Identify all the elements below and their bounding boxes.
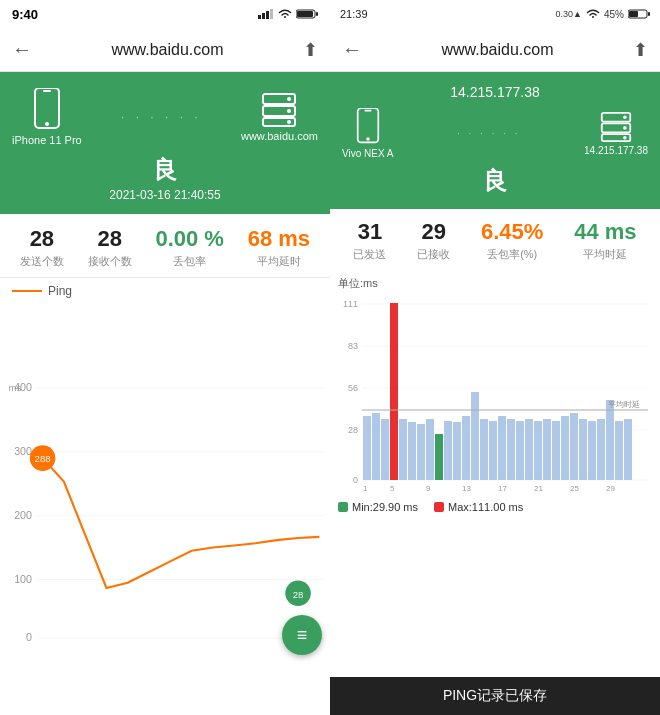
x-25: 25: [570, 484, 579, 493]
toast-bar: PING记录已保存: [330, 677, 660, 715]
device-right: Vivo NEX A: [342, 108, 394, 159]
stat-latency-label: 平均延时: [257, 254, 301, 269]
x-29: 29: [606, 484, 615, 493]
x-5: 5: [390, 484, 395, 493]
stat-received-right: 29 已接收: [417, 219, 450, 262]
legend-min: Min:29.90 ms: [338, 501, 418, 513]
x-9: 9: [426, 484, 431, 493]
end-value: 28: [293, 589, 304, 600]
svg-point-13: [287, 97, 291, 101]
bar-21: [543, 419, 551, 480]
nav-bar-right: ← www.baidu.com ⬆: [330, 28, 660, 72]
svg-rect-2: [266, 11, 269, 19]
bar-2: [372, 413, 380, 480]
battery-pct-right: 45%: [604, 9, 624, 20]
ping-line-icon: [12, 290, 42, 292]
legend-min-dot: [338, 502, 348, 512]
bar-14: [480, 419, 488, 480]
ping-chart: 400 300 200 100 0 ms 288 28: [0, 312, 330, 715]
stat-loss-value-right: 6.45%: [481, 219, 543, 245]
wifi-icon-right: [586, 9, 600, 19]
rating-label-right: 良: [483, 165, 507, 197]
y-label-0-left: 0: [26, 631, 32, 643]
bar-5: [399, 419, 407, 480]
x-21: 21: [534, 484, 543, 493]
x-1: 1: [363, 484, 368, 493]
bar-23: [561, 416, 569, 480]
toast-text: PING记录已保存: [443, 687, 547, 703]
stat-latency-label-right: 平均时延: [583, 247, 627, 262]
share-button-left[interactable]: ⬆: [303, 39, 318, 61]
svg-rect-22: [629, 11, 638, 17]
data-speed-icon: 0.30▲: [556, 9, 582, 19]
right-panel: 21:39 0.30▲ 45% ← www.baidu.com ⬆ 14.215…: [330, 0, 660, 715]
stat-latency: 68 ms 平均延时: [248, 226, 310, 269]
share-button-right[interactable]: ⬆: [633, 39, 648, 61]
svg-rect-23: [648, 12, 650, 16]
bar-18: [516, 421, 524, 480]
green-header-right: 14.215.177.38 Vivo NEX A · · · · · ·: [330, 72, 660, 209]
svg-point-15: [287, 120, 291, 124]
y-83: 83: [348, 341, 358, 351]
target-ip-right: 14.215.177.38: [584, 145, 648, 156]
stat-received-value: 28: [97, 226, 121, 252]
ip-label: 14.215.177.38: [342, 84, 648, 100]
stat-loss-label: 丢包率: [173, 254, 206, 269]
svg-rect-0: [258, 15, 261, 19]
bar-4-red: [390, 303, 398, 480]
back-button-left[interactable]: ←: [12, 38, 32, 61]
back-button-right[interactable]: ←: [342, 38, 362, 61]
green-header-left: iPhone 11 Pro · · · · · · www.baidu.com …: [0, 72, 330, 214]
signal-icon: [258, 9, 274, 19]
stat-loss-value: 0.00 %: [155, 226, 224, 252]
stat-loss: 0.00 % 丢包率: [155, 226, 224, 269]
stat-received-label: 接收个数: [88, 254, 132, 269]
bar-29: [615, 421, 623, 480]
svg-point-8: [45, 122, 49, 126]
y-28: 28: [348, 425, 358, 435]
rating-label-left: 良: [153, 154, 177, 186]
chart-section-right: 单位:ms 111 83 56 28 0: [330, 268, 660, 677]
stat-sent-value-right: 31: [358, 219, 382, 245]
stats-row-right: 31 已发送 29 已接收 6.45% 丢包率(%) 44 ms 平均时延: [330, 209, 660, 268]
stat-latency-right: 44 ms 平均时延: [574, 219, 636, 262]
stat-sent-value: 28: [30, 226, 54, 252]
dash-line-right: · · · · · ·: [394, 128, 585, 139]
fab-button-left[interactable]: ≡: [282, 615, 322, 655]
stat-loss-label-right: 丢包率(%): [487, 247, 537, 262]
svg-rect-5: [297, 11, 313, 17]
y-0-right: 0: [353, 475, 358, 485]
bar-12: [462, 416, 470, 480]
bar-6: [408, 422, 416, 480]
stat-sent-label-right: 已发送: [353, 247, 386, 262]
status-bar-right: 21:39 0.30▲ 45%: [330, 0, 660, 28]
server-device-left: www.baidu.com: [241, 92, 318, 142]
datetime-label-left: 2021-03-16 21:40:55: [109, 188, 220, 202]
bar-25: [579, 419, 587, 480]
time-right: 21:39: [340, 8, 368, 20]
url-display-left: www.baidu.com: [111, 41, 223, 59]
stat-received: 28 接收个数: [88, 226, 132, 269]
legend-max: Max:111.00 ms: [434, 501, 523, 513]
y-label-200: 200: [14, 509, 32, 521]
stat-latency-value: 68 ms: [248, 226, 310, 252]
ping-text: Ping: [48, 284, 72, 298]
bar-chart-svg: 111 83 56 28 0: [338, 295, 652, 495]
bar-9-green: [435, 434, 443, 480]
phone-icon-right: [356, 108, 380, 146]
bar-chart-area: 111 83 56 28 0: [338, 295, 652, 495]
y-56: 56: [348, 383, 358, 393]
svg-rect-1: [262, 13, 265, 19]
bar-3: [381, 419, 389, 480]
ping-label-row: Ping: [0, 278, 330, 304]
svg-rect-26: [364, 110, 371, 112]
y-label-300: 300: [14, 445, 32, 457]
dash-line-left: · · · · · ·: [82, 110, 241, 124]
device-left: iPhone 11 Pro: [12, 88, 82, 146]
y-label-100: 100: [14, 573, 32, 585]
status-icons-left: [258, 9, 318, 19]
legend-row: Min:29.90 ms Max:111.00 ms: [338, 495, 652, 517]
bar-16: [498, 416, 506, 480]
legend-max-dot: [434, 502, 444, 512]
device-name-right: Vivo NEX A: [342, 148, 394, 159]
